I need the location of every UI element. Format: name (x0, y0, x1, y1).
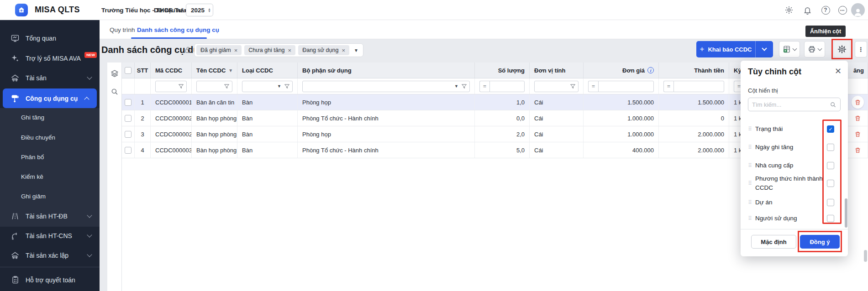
remove-chip-icon[interactable]: × (288, 47, 292, 54)
drag-handle-icon[interactable]: ⠿ (748, 215, 755, 222)
sidebar-item-tai-san[interactable]: Tài sản (0, 68, 100, 88)
filter-input[interactable] (673, 81, 724, 92)
col-header-thanh-tien[interactable]: Thành tiền (659, 62, 729, 78)
submenu-item-kiem-ke[interactable]: Kiểm kê (21, 167, 43, 187)
col-header-bo-phan[interactable]: Bộ phận sử dụng (298, 62, 475, 78)
tab-danh-sach-ccdc[interactable]: Danh sách công cụ dụng cụ (137, 20, 219, 39)
sparkles-icon (10, 54, 20, 63)
equals-operator[interactable]: = (663, 81, 673, 92)
chevron-down-icon (87, 213, 92, 218)
drag-handle-icon[interactable]: ⠿ (748, 126, 755, 132)
filter-chip[interactable]: Chưa ghi tăng× (244, 45, 295, 55)
cell-bo-phan: Phòng Tổ chức - Hành chính (298, 110, 475, 126)
equals-operator[interactable]: = (588, 81, 598, 92)
col-header-don-gia[interactable]: Đơn giái (584, 62, 659, 78)
panel-search-box[interactable] (748, 98, 841, 111)
remove-chip-icon[interactable]: × (342, 47, 345, 54)
drag-handle-icon[interactable]: ⠿ (748, 162, 755, 169)
filter-input[interactable] (489, 81, 525, 92)
app-logo[interactable] (15, 4, 28, 16)
settings-icon[interactable] (784, 5, 794, 16)
sidebar-item-misa-ava[interactable]: Trợ lý số MISA AVA NEW (0, 48, 100, 68)
chips-dropdown-icon[interactable]: ▼ (354, 48, 358, 53)
filter-input[interactable] (534, 81, 579, 92)
filter-input[interactable] (196, 81, 232, 92)
filter-input[interactable] (598, 81, 654, 92)
delete-row-button[interactable] (852, 112, 864, 125)
funnel-icon[interactable] (461, 83, 467, 89)
notifications-bell-icon[interactable] (802, 5, 813, 16)
close-icon[interactable]: ✕ (835, 66, 842, 76)
submenu-item-ghi-tang[interactable]: Ghi tăng (21, 108, 44, 127)
printer-icon (808, 45, 816, 53)
filter-input[interactable] (155, 81, 187, 92)
caret-down-icon: ▼ (454, 84, 458, 88)
year-spinner-icon[interactable]: ▲▼ (208, 8, 211, 12)
brand-title: MISA QLTS (35, 5, 80, 15)
funnel-icon[interactable] (570, 83, 576, 89)
sidebar-item-ho-tro-quyet-toan[interactable]: Hỗ trợ quyết toán (0, 270, 100, 290)
more-options-icon[interactable]: ⋯ (837, 5, 848, 16)
row-checkbox[interactable] (125, 147, 132, 154)
filter-chip[interactable]: Đang sử dụng× (298, 45, 349, 55)
equals-operator[interactable]: = (479, 81, 489, 92)
col-header-ma-ccdc[interactable]: Mã CCDC (151, 62, 192, 78)
print-button[interactable] (804, 41, 825, 57)
pipe-icon (10, 231, 20, 240)
submenu-item-dieu-chuyen[interactable]: Điều chuyển (21, 128, 55, 147)
sort-icon[interactable]: ▼ (228, 68, 233, 73)
funnel-icon[interactable] (178, 83, 184, 89)
col-header-don-vi-tinh[interactable]: Đơn vị tính (530, 62, 584, 78)
cell-stt: 1 (135, 94, 151, 110)
filter-select[interactable]: ▼ (302, 81, 470, 92)
page-scrollbar-thumb[interactable] (864, 250, 867, 262)
panel-scrollbar-thumb[interactable] (845, 198, 847, 228)
more-actions-button[interactable]: ⋮ (855, 41, 867, 57)
submenu-item-ghi-giam[interactable]: Ghi giảm (21, 187, 46, 206)
row-checkbox[interactable] (125, 99, 132, 106)
cell-don-vi: Cái (530, 94, 584, 110)
sidebar-item-tai-san-ht-db[interactable]: Tài sản HT-ĐB (0, 206, 100, 226)
sidebar-item-tai-san-ht-cns[interactable]: Tài sản HT-CNS (0, 226, 100, 245)
drag-handle-icon[interactable]: ⠿ (748, 199, 755, 206)
col-header-stt[interactable]: STT (135, 62, 151, 78)
col-header-ten-ccdc[interactable]: Tên CCDC▼ (192, 62, 237, 78)
highlight-box-checkboxes (822, 120, 842, 224)
export-excel-button[interactable] (779, 41, 800, 57)
default-button[interactable]: Mặc định (751, 235, 796, 249)
filter-select[interactable]: ▼ (242, 81, 293, 92)
select-all-checkbox[interactable] (125, 67, 132, 74)
info-icon[interactable]: i (647, 67, 654, 73)
row-checkbox[interactable] (125, 131, 132, 138)
filter-chip[interactable]: Đã ghi giảm× (196, 45, 242, 55)
drag-handle-icon[interactable]: ⠿ (748, 144, 755, 151)
row-checkbox[interactable] (125, 115, 132, 122)
col-label: Tên CCDC (196, 67, 226, 74)
cell-don-vi: Cái (530, 110, 584, 126)
user-avatar[interactable] (851, 3, 865, 17)
submenu-item-phan-bo[interactable]: Phân bổ (21, 147, 44, 167)
year-selector[interactable]: 2025 ▲▼ (186, 4, 213, 16)
delete-row-button[interactable] (852, 128, 864, 140)
funnel-icon[interactable] (224, 83, 230, 89)
cell-ma-ccdc: CCDC000002 (151, 110, 192, 126)
remove-chip-icon[interactable]: × (234, 47, 238, 54)
col-header-loai-ccdc[interactable]: Loại CCDC (237, 62, 298, 78)
search-icon[interactable] (110, 88, 119, 97)
drag-handle-icon[interactable]: ⠿ (748, 180, 755, 187)
delete-row-button[interactable] (852, 144, 864, 156)
tab-quy-trinh[interactable]: Quy trình (110, 20, 135, 39)
primary-button-dropdown[interactable] (756, 41, 773, 57)
layers-icon[interactable] (110, 69, 119, 79)
sidebar-item-tai-san-xac-lap[interactable]: Tài sản xác lập (0, 245, 100, 265)
sidebar-item-cong-cu-dung-cu[interactable]: Công cụ dụng cụ (3, 88, 97, 108)
filter-cell-don-vi (530, 78, 584, 94)
khai-bao-ccdc-button[interactable]: +Khai báo CCDC (696, 41, 773, 57)
funnel-icon[interactable] (284, 83, 290, 89)
unlock-icon[interactable] (184, 46, 192, 55)
panel-search-input[interactable] (752, 101, 830, 108)
help-icon[interactable]: ? (820, 5, 831, 16)
col-header-so-luong[interactable]: Số lượng (475, 62, 530, 78)
sidebar-item-tong-quan[interactable]: Tổng quan (0, 28, 100, 48)
delete-row-button[interactable] (852, 96, 864, 109)
